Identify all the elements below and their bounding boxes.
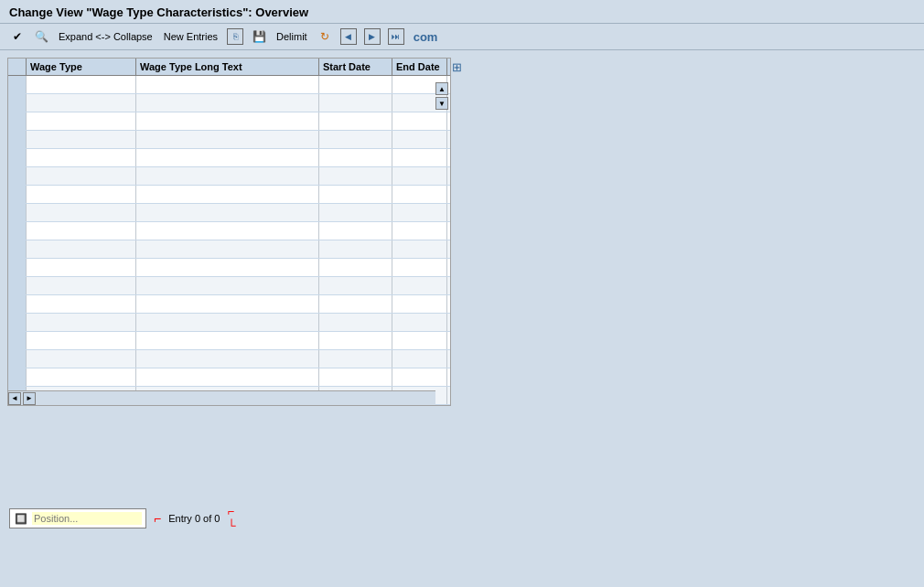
table-cell[interactable] [319, 277, 392, 294]
copy-button[interactable]: ⎘ [225, 27, 245, 46]
row-selector-cell[interactable] [8, 368, 27, 386]
table-cell[interactable] [27, 76, 136, 93]
table-row[interactable] [8, 368, 450, 387]
table-cell[interactable] [136, 167, 319, 185]
table-cell[interactable] [319, 149, 392, 166]
table-row[interactable] [8, 332, 450, 350]
table-cell[interactable] [319, 332, 392, 349]
table-cell[interactable] [392, 295, 447, 313]
row-selector-cell[interactable] [8, 167, 27, 185]
table-cell[interactable] [27, 149, 136, 166]
table-cell[interactable] [136, 149, 319, 166]
table-cell[interactable] [27, 314, 136, 331]
table-cell[interactable] [136, 368, 319, 386]
table-cell[interactable] [136, 314, 319, 331]
grid-settings-icon[interactable]: ⊞ [447, 59, 466, 75]
table-cell[interactable] [319, 222, 392, 240]
table-cell[interactable] [319, 259, 392, 276]
disk-button[interactable]: 💾 [249, 27, 269, 46]
row-selector-cell[interactable] [8, 204, 27, 221]
table-cell[interactable] [27, 94, 136, 112]
table-cell[interactable] [136, 112, 319, 130]
table-row[interactable] [8, 149, 450, 167]
next-button[interactable]: ▶ [362, 27, 382, 46]
table-cell[interactable] [319, 314, 392, 331]
table-cell[interactable] [319, 131, 392, 148]
table-cell[interactable] [27, 131, 136, 148]
delimit-button[interactable]: Delimit [273, 29, 311, 44]
table-cell[interactable] [136, 94, 319, 112]
table-row[interactable] [8, 314, 450, 332]
table-cell[interactable] [392, 314, 447, 331]
table-cell[interactable] [392, 131, 447, 148]
table-cell[interactable] [392, 186, 447, 203]
row-selector-cell[interactable] [8, 186, 27, 203]
expand-collapse-button[interactable]: Expand <-> Collapse [55, 29, 156, 44]
row-selector-cell[interactable] [8, 240, 27, 258]
table-cell[interactable] [136, 240, 319, 258]
table-cell[interactable] [136, 350, 319, 368]
table-cell[interactable] [136, 76, 319, 93]
row-selector-cell[interactable] [8, 277, 27, 294]
table-cell[interactable] [319, 295, 392, 313]
table-cell[interactable] [136, 295, 319, 313]
table-cell[interactable] [27, 186, 136, 203]
table-cell[interactable] [136, 332, 319, 349]
table-cell[interactable] [319, 368, 392, 386]
table-row[interactable] [8, 112, 450, 131]
row-selector-cell[interactable] [8, 332, 27, 349]
row-selector-cell[interactable] [8, 259, 27, 276]
refresh-button[interactable]: ↻ [315, 27, 335, 46]
table-cell[interactable] [27, 112, 136, 130]
table-cell[interactable] [392, 204, 447, 221]
table-cell[interactable] [136, 222, 319, 240]
table-cell[interactable] [319, 204, 392, 221]
row-selector-cell[interactable] [8, 222, 27, 240]
table-cell[interactable] [319, 350, 392, 368]
table-cell[interactable] [27, 167, 136, 185]
row-selector-cell[interactable] [8, 350, 27, 368]
table-cell[interactable] [136, 186, 319, 203]
table-row[interactable] [8, 350, 450, 368]
table-row[interactable] [8, 167, 450, 186]
table-cell[interactable] [27, 240, 136, 258]
table-cell[interactable] [319, 240, 392, 258]
row-selector-cell[interactable] [8, 76, 27, 93]
table-cell[interactable] [392, 112, 447, 130]
table-cell[interactable] [319, 167, 392, 185]
table-cell[interactable] [392, 167, 447, 185]
table-row[interactable] [8, 94, 450, 112]
table-cell[interactable] [319, 186, 392, 203]
table-row[interactable] [8, 240, 450, 259]
row-selector-cell[interactable] [8, 131, 27, 148]
table-row[interactable] [8, 76, 450, 94]
table-cell[interactable] [392, 350, 447, 368]
find-button[interactable]: 🔍 [31, 27, 51, 46]
table-cell[interactable] [392, 368, 447, 386]
scroll-right-arrow[interactable]: ► [23, 392, 36, 405]
table-row[interactable] [8, 277, 450, 295]
table-cell[interactable] [136, 204, 319, 221]
position-button[interactable]: 🔲 [9, 508, 146, 528]
new-entries-button[interactable]: New Entries [160, 29, 221, 44]
table-row[interactable] [8, 131, 450, 149]
table-cell[interactable] [27, 368, 136, 386]
table-cell[interactable] [392, 222, 447, 240]
scroll-up-arrow[interactable]: ▲ [435, 82, 448, 95]
table-cell[interactable] [136, 131, 319, 148]
table-cell[interactable] [136, 277, 319, 294]
row-selector-cell[interactable] [8, 295, 27, 313]
table-row[interactable] [8, 295, 450, 314]
scroll-left-arrow[interactable]: ◄ [8, 392, 21, 405]
table-cell[interactable] [27, 295, 136, 313]
table-cell[interactable] [319, 76, 392, 93]
table-cell[interactable] [319, 94, 392, 112]
table-cell[interactable] [27, 222, 136, 240]
table-cell[interactable] [392, 149, 447, 166]
table-cell[interactable] [392, 259, 447, 276]
table-cell[interactable] [27, 259, 136, 276]
last-button[interactable]: ⏭ [386, 27, 406, 46]
table-cell[interactable] [392, 332, 447, 349]
row-selector-cell[interactable] [8, 149, 27, 166]
table-row[interactable] [8, 222, 450, 240]
